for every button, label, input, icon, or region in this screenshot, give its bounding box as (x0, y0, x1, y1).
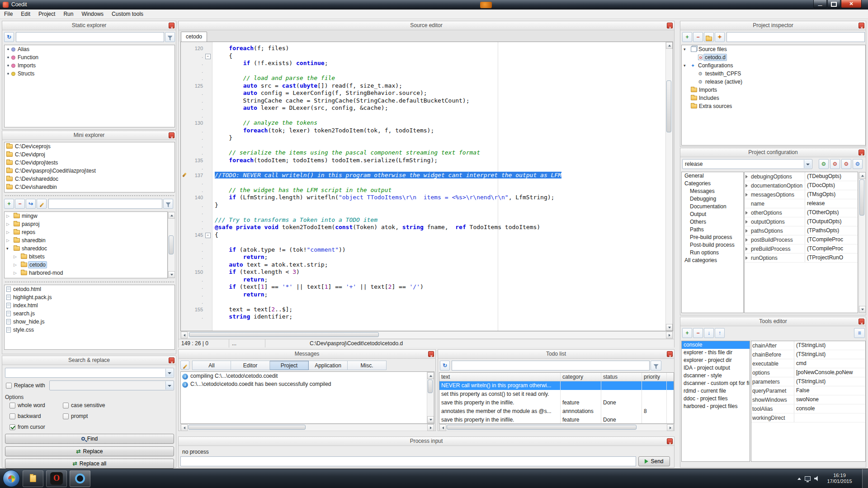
send-button[interactable]: Send (638, 456, 670, 466)
property-value[interactable]: (TOutputOpts) (805, 217, 858, 226)
property-value[interactable]: (TDebugOpts) (805, 172, 858, 181)
tool-item[interactable]: dscanner - style (682, 372, 750, 380)
property-row[interactable]: debugingOptions(TDebugOpts) (745, 172, 858, 181)
explorer-filter-input[interactable] (48, 199, 162, 209)
tool-item[interactable]: dscanner - custom opt for file (682, 380, 750, 387)
explorer-tree-item[interactable]: harbored-mod (5, 269, 167, 277)
code-line[interactable]: 137//TODO: NEVER call writeln() in this … (181, 172, 665, 179)
todo-column-header-text[interactable]: text (439, 373, 561, 381)
option-checkbox-backward[interactable]: backward (9, 413, 63, 419)
expand-icon[interactable] (745, 210, 751, 216)
taskbar-explorer-icon[interactable] (23, 470, 43, 487)
show-desktop-button[interactable] (862, 469, 868, 488)
config-category-post-build-process[interactable]: Post-build process (682, 241, 743, 249)
option-checkbox-whole-word[interactable]: whole word (9, 402, 63, 408)
inspector-tree-item[interactable]: Extra sources (682, 102, 865, 110)
code-line[interactable]: . string identifier; (181, 313, 665, 321)
config-category-messages[interactable]: Messages (682, 188, 743, 195)
refresh-todos-button[interactable] (440, 361, 450, 371)
find-button[interactable]: Find (5, 434, 174, 444)
inspector-tree-item[interactable]: Source files (682, 45, 865, 53)
code-line[interactable]: . if (atok.type != (tok!"comment")) (181, 246, 665, 254)
editor-vertical-scrollbar[interactable] (665, 42, 673, 331)
config-category-documentation[interactable]: Documentation (682, 203, 743, 211)
code-line[interactable]: . auto config = LexerConfig(f, StringBeh… (181, 89, 665, 97)
menu-windows[interactable]: Windows (77, 10, 108, 18)
expand-icon[interactable] (745, 237, 751, 243)
collapse-icon[interactable] (6, 246, 12, 251)
collapse-icon[interactable] (684, 47, 689, 52)
replace-all-button[interactable]: Replace all (5, 459, 174, 469)
todo-horizontal-scrollbar[interactable] (439, 424, 674, 431)
tool-item[interactable]: explorer - project dir (682, 357, 750, 364)
property-value[interactable]: (TStringList) (794, 341, 865, 350)
symbol-filter-input[interactable] (16, 32, 164, 42)
folders-button[interactable] (704, 32, 714, 42)
close-panel-icon[interactable] (859, 23, 864, 28)
favorite-folder-row[interactable]: C:\Dev\pasproj\Coedit\lazproj\test (5, 167, 175, 175)
code-line[interactable]: . (181, 164, 665, 172)
replace-with-checkbox[interactable]: Replace with (6, 382, 45, 389)
code-line[interactable]: 130 // analyze the tokens (181, 119, 665, 127)
inspector-tree-item[interactable]: Configurations (682, 61, 865, 70)
code-line[interactable]: . return; (181, 253, 665, 261)
favorite-folder-row[interactable]: C:\Dev\dproj\tests (5, 159, 175, 167)
remove-tool-button[interactable]: − (693, 328, 703, 338)
explorer-tree-item[interactable]: cetodo (5, 261, 167, 269)
tool-item[interactable]: IDA - project output (682, 364, 750, 372)
static-tree-item[interactable]: Imports (5, 61, 175, 70)
config-category-paths[interactable]: Paths (682, 226, 743, 234)
chevron-down-icon[interactable] (165, 381, 173, 389)
close-panel-icon[interactable] (859, 319, 864, 324)
todo-column-header-category[interactable]: category (561, 373, 601, 381)
close-panel-icon[interactable] (169, 132, 175, 138)
todo-row[interactable]: save this property in the inifile.featur… (439, 416, 674, 424)
config-category-general[interactable]: General (682, 172, 743, 180)
property-value[interactable]: (TStringList) (794, 350, 865, 359)
taskbar-clock[interactable]: 16:19 17/01/2015 (823, 473, 856, 484)
code-line[interactable]: . (181, 298, 665, 306)
inspector-tree-item[interactable]: release (active) (682, 78, 865, 86)
code-line[interactable]: . { (181, 52, 665, 60)
todo-row[interactable]: annotates the member of the module as @s… (439, 407, 674, 416)
expand-icon[interactable] (745, 219, 751, 225)
explorer-tree-item[interactable]: mingw (5, 212, 167, 220)
property-row[interactable]: runOptions(TProjectRunO (745, 253, 858, 263)
folder-tree-scrollbar[interactable] (168, 211, 175, 278)
messages-horizontal-scrollbar[interactable] (180, 424, 434, 431)
close-panel-icon[interactable] (859, 150, 864, 155)
inspector-tree-item[interactable]: cetodo.d (682, 53, 865, 61)
todo-column-header-status[interactable]: status (601, 373, 642, 381)
property-row[interactable]: outputOptions(TOutputOpts) (745, 217, 858, 226)
tool-item[interactable]: rdmd - current file (682, 387, 750, 395)
property-value[interactable]: (TCompileProc (805, 244, 858, 253)
filter-icon[interactable] (165, 32, 175, 42)
property-value[interactable]: [poNewConsole,poNew (794, 368, 865, 377)
replace-button[interactable]: Replace (5, 446, 174, 456)
code-line[interactable]: . (181, 67, 665, 75)
todo-row[interactable]: save this property in the inifile.featur… (439, 399, 674, 407)
code-line[interactable]: . if (!f.exists) continue; (181, 60, 665, 67)
filter-icon[interactable] (163, 199, 173, 209)
code-line[interactable]: . // serialize the items using the pasca… (181, 149, 665, 157)
property-value[interactable]: (TOtherOpts) (805, 208, 858, 217)
property-row[interactable]: preBuildProcess(TCompileProc (745, 244, 858, 253)
property-row[interactable]: pathsOptions(TPathsOpts) (745, 226, 858, 235)
todo-row[interactable]: NEVER call writeln() in this program oth… (439, 381, 674, 390)
remove-favorite-button[interactable]: − (15, 199, 25, 209)
code-line[interactable]: . StringCache cache = StringCache(String… (181, 97, 665, 105)
code-line[interactable]: . } (181, 134, 665, 142)
tool-item[interactable]: ddoc - project files (682, 395, 750, 403)
property-value[interactable]: (TProjectRunO (805, 253, 858, 262)
property-row[interactable]: executablecmd (751, 359, 865, 368)
message-row[interactable]: icompiling C:\...\cetodo\cetodo.coedit (181, 372, 434, 380)
refresh-symbols-button[interactable] (4, 32, 14, 42)
process-input-field[interactable] (180, 456, 636, 466)
property-row[interactable]: options[poNewConsole,poNew (751, 368, 865, 377)
option-checkbox-case-sensitive[interactable]: case sensitive (63, 402, 172, 408)
property-row[interactable]: parameters(TStringList) (751, 377, 865, 386)
property-value[interactable]: (TMsgOpts) (805, 190, 858, 199)
move-tool-down-button[interactable]: ↓ (704, 328, 714, 338)
property-value[interactable]: (TStringList) (794, 377, 865, 386)
config-category-debugging[interactable]: Debugging (682, 195, 743, 203)
